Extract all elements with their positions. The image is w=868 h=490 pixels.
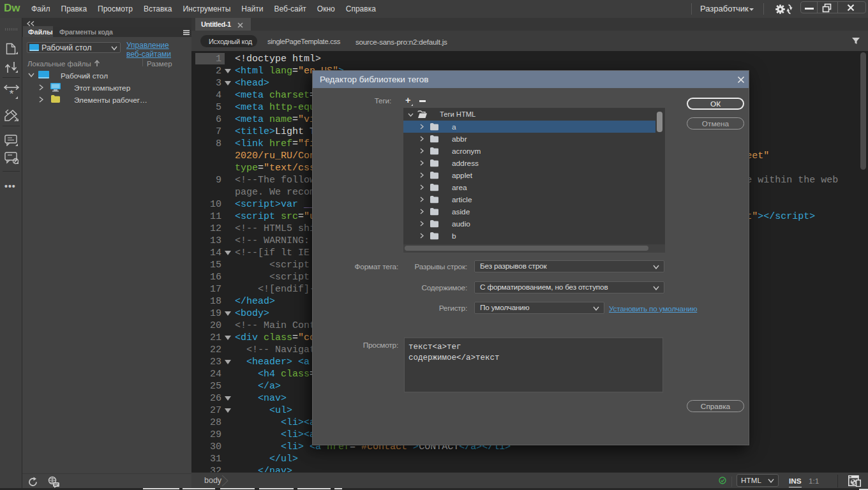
svg-text:*: * bbox=[10, 88, 14, 99]
